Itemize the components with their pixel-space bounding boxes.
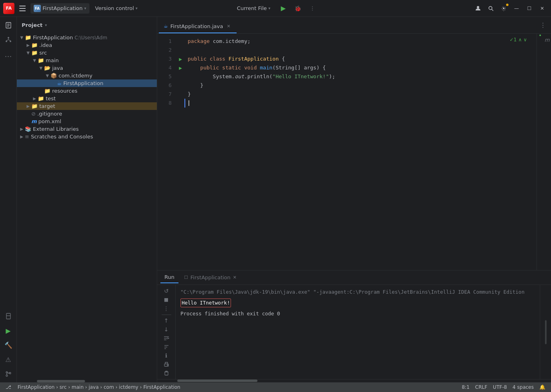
chevron-icon: ▼ — [44, 73, 51, 78]
status-line-separator[interactable]: CRLF — [473, 384, 490, 390]
status-line-sep-text: CRLF — [475, 384, 487, 390]
run-scroll-down-button[interactable]: ↓ — [161, 326, 172, 333]
svg-point-16 — [6, 375, 8, 376]
sidebar-scrollbar-thumb[interactable] — [37, 380, 85, 382]
settings-button[interactable] — [498, 3, 509, 14]
sidebar-item-target[interactable]: ▶📁target — [17, 102, 157, 110]
tree-item-label: main — [46, 57, 59, 63]
status-notifications[interactable]: 🔔 — [537, 384, 548, 390]
minimize-button[interactable]: — — [511, 3, 522, 14]
tree-item-label: com.ictdemy — [59, 73, 92, 79]
run-print-button[interactable] — [161, 361, 172, 368]
folder-icon: 📂 — [44, 65, 51, 71]
gutter-run-icon[interactable]: ▶ — [179, 57, 182, 61]
project-name: FirstApplication — [43, 5, 83, 11]
sidebar-item-src[interactable]: ▼📁src — [17, 49, 157, 57]
maximize-button[interactable]: ☐ — [524, 3, 535, 14]
bottom-tab-app[interactable]: ☐ FirstApplication ✕ — [180, 272, 241, 283]
activity-more-button[interactable]: … — [2, 47, 15, 61]
check-up-icon[interactable]: ∧ — [518, 37, 522, 43]
sidebar-item-test[interactable]: ▶📁test — [17, 95, 157, 102]
run-stop-button[interactable]: ■ — [161, 296, 172, 303]
run-more-button[interactable]: ⋮ — [306, 4, 318, 13]
activity-build-button[interactable]: 🔨 — [2, 338, 15, 352]
check-down-icon[interactable]: ∨ — [523, 37, 527, 43]
gutter-run-icon[interactable]: ▶ — [179, 66, 182, 70]
code-line-2 — [184, 46, 537, 55]
debug-button[interactable]: 🐞 — [292, 3, 303, 14]
bottom-tabs: Run ☐ FirstApplication ✕ — [157, 270, 551, 285]
run-button[interactable]: ▶ — [278, 3, 289, 14]
activity-structure-button[interactable] — [2, 33, 15, 47]
bottom-content: ↺ ■ ⋮ ↑ ↓ ℹ — [157, 285, 551, 379]
run-right-scrollbar[interactable] — [545, 320, 547, 344]
sidebar-item-ext-libs[interactable]: ▶📚External Libraries — [17, 125, 157, 133]
run-info-button[interactable]: ℹ — [161, 352, 172, 360]
status-position[interactable]: 8:1 — [459, 384, 472, 390]
search-button[interactable] — [485, 3, 496, 14]
editor-tab-firstapplication[interactable]: ☕ FirstApplication.java ✕ — [159, 20, 237, 33]
run-more-options-button[interactable]: ⋮ — [161, 305, 172, 312]
run-tab-label: Run — [164, 274, 174, 280]
app-tab-close-button[interactable]: ✕ — [233, 275, 237, 280]
sidebar-item-idea[interactable]: ▶📁.idea — [17, 41, 157, 49]
editor-tabs: ☕ FirstApplication.java ✕ ⋮ — [157, 17, 551, 34]
folder-icon: 📁 — [31, 42, 38, 48]
activity-run-button[interactable]: ▶ — [2, 324, 15, 337]
version-control-selector[interactable]: Version control ▾ — [92, 4, 141, 13]
run-horizontal-scrollbar[interactable] — [157, 379, 551, 382]
scratches-icon: ≡ — [25, 134, 29, 140]
code-line-3: public class FirstApplication { — [184, 55, 537, 63]
current-file-selector[interactable]: Current File ▾ — [233, 4, 275, 13]
run-sort-button[interactable] — [161, 343, 172, 351]
run-scrollbar-thumb[interactable] — [177, 380, 257, 382]
run-delete-button[interactable] — [161, 370, 172, 377]
sidebar-item-gitignore[interactable]: ⊘.gitignore — [17, 110, 157, 118]
sidebar-item-firstapp[interactable]: ☕FirstApplication — [17, 79, 157, 87]
svg-line-2 — [492, 9, 493, 11]
run-exit-line: Process finished with exit code 0 — [180, 310, 535, 318]
svg-rect-27 — [165, 372, 168, 375]
close-button[interactable]: ✕ — [537, 3, 548, 14]
run-scroll-up-button[interactable]: ↑ — [161, 317, 172, 324]
code-editor[interactable]: 12345678 ▶▶ package com.ictdemy;public c… — [157, 34, 551, 270]
line-number-4: 4 — [157, 63, 172, 72]
editor-tab-close-button[interactable]: ✕ — [225, 23, 232, 29]
sidebar-item-root[interactable]: ▼📁FirstApplicationC:\Users\Adm — [17, 34, 157, 41]
chevron-icon: ▶ — [25, 104, 31, 108]
status-breadcrumb[interactable]: FirstApplication › src › main › java › c… — [15, 384, 183, 390]
activity-bookmarks-button[interactable] — [2, 309, 15, 323]
hamburger-menu[interactable] — [17, 3, 28, 14]
sidebar-item-resources[interactable]: 📁resources — [17, 87, 157, 95]
sidebar-item-scratches[interactable]: ▶≡Scratches and Consoles — [17, 133, 157, 140]
project-selector[interactable]: FA FirstApplication ▾ — [30, 3, 89, 14]
sidebar-item-comictdemy[interactable]: ▼📦com.ictdemy — [17, 72, 157, 79]
sidebar-scrollbar[interactable] — [17, 379, 157, 382]
sidebar-item-java[interactable]: ▼📂java — [17, 64, 157, 72]
code-content[interactable]: package com.ictdemy;public class FirstAp… — [184, 34, 537, 270]
code-line-6: } — [184, 81, 537, 90]
sidebar-item-main[interactable]: ▼📁main — [17, 57, 157, 64]
bottom-tab-run[interactable]: Run — [160, 272, 178, 283]
tabs-more-button[interactable]: ⋮ — [537, 17, 549, 33]
activity-files-button[interactable] — [2, 18, 15, 32]
run-wrap-button[interactable] — [161, 335, 172, 342]
profile-button[interactable] — [472, 3, 484, 14]
activity-problems-button[interactable]: ⚠ — [2, 353, 15, 366]
line-number-2: 2 — [157, 46, 172, 55]
status-encoding[interactable]: UTF-8 — [490, 384, 509, 390]
run-reload-button[interactable]: ↺ — [161, 287, 172, 295]
status-indent[interactable]: 4 spaces — [510, 384, 536, 390]
line-number-5: 5 — [157, 72, 172, 81]
folder-icon: 📁 — [25, 35, 31, 41]
sidebar-header[interactable]: Project ▾ — [17, 17, 157, 33]
current-file-chevron-icon: ▾ — [268, 6, 270, 10]
line-numbers: 12345678 — [157, 34, 176, 270]
main-layout: … ▶ 🔨 ⚠ Project ▾ ▼📁FirstApplicationC:\U… — [0, 17, 551, 382]
sidebar-item-pomxml[interactable]: mpom.xml — [17, 118, 157, 125]
line-number-6: 6 — [157, 81, 172, 90]
svg-line-12 — [8, 40, 10, 41]
activity-git-button[interactable] — [2, 367, 15, 381]
status-git-item[interactable]: ⎇ — [3, 384, 14, 390]
svg-point-8 — [6, 41, 7, 42]
